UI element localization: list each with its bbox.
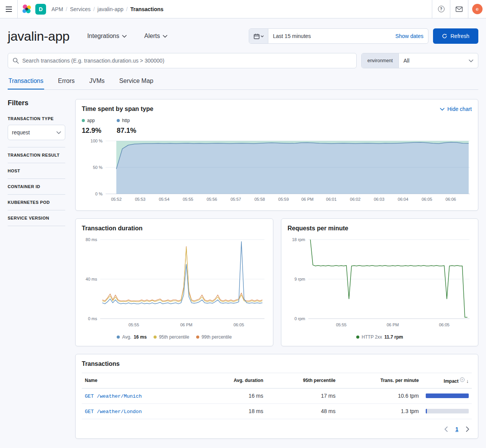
legend-item[interactable]: Avg. 16 ms bbox=[117, 334, 147, 340]
pagination: 1 bbox=[82, 426, 472, 432]
menu-button[interactable] bbox=[0, 0, 18, 18]
show-dates-link[interactable]: Show dates bbox=[391, 29, 428, 43]
breadcrumb-item: Transactions bbox=[130, 6, 163, 12]
p95-cell: 48 ms bbox=[266, 403, 339, 419]
legend-item[interactable]: http bbox=[117, 118, 136, 123]
impact-bar bbox=[426, 393, 469, 398]
rpm-legend: HTTP 2xx 11.7 rpm bbox=[288, 334, 472, 340]
svg-text:05:55: 05:55 bbox=[129, 322, 139, 327]
breadcrumb: APM/Services/javalin-app/Transactions bbox=[51, 6, 164, 12]
svg-text:40 ms: 40 ms bbox=[86, 277, 97, 281]
tab-bar: Transactions Errors JVMs Service Map bbox=[8, 77, 478, 90]
tab-service-map[interactable]: Service Map bbox=[119, 77, 154, 89]
transaction-link[interactable]: GET /weather/London bbox=[85, 409, 142, 415]
filter-section[interactable]: HOST bbox=[8, 163, 65, 179]
legend-item[interactable]: 99th percentile bbox=[196, 334, 232, 340]
refresh-button[interactable]: Refresh bbox=[433, 28, 478, 44]
search-icon bbox=[13, 58, 19, 64]
topbar-actions: ? e bbox=[432, 0, 486, 18]
newsfeed-button[interactable] bbox=[450, 0, 468, 18]
svg-text:05:53: 05:53 bbox=[135, 197, 145, 202]
tab-transactions[interactable]: Transactions bbox=[8, 77, 44, 89]
page-number[interactable]: 1 bbox=[455, 426, 458, 432]
space-badge[interactable]: D bbox=[35, 4, 46, 15]
top-navigation-bar: D APM/Services/javalin-app/Transactions … bbox=[0, 0, 486, 18]
transaction-link[interactable]: GET /weather/Munich bbox=[85, 393, 142, 399]
elastic-logo-icon bbox=[21, 4, 32, 14]
time-range-value[interactable]: Last 15 minutes bbox=[268, 29, 391, 43]
hamburger-icon bbox=[6, 7, 12, 12]
breadcrumb-item[interactable]: APM bbox=[51, 6, 63, 12]
legend-value: 11.7 rpm bbox=[384, 334, 403, 340]
span-type-chart[interactable]: 0 %50 %100 %05:5205:5305:5405:5505:5605:… bbox=[82, 139, 472, 203]
legend-label: app bbox=[87, 118, 95, 123]
breadcrumb-separator: / bbox=[93, 6, 95, 12]
filter-section[interactable]: KUBERNETES POD bbox=[8, 195, 65, 210]
column-header: Name bbox=[82, 373, 200, 388]
previous-page-button[interactable] bbox=[444, 427, 448, 432]
svg-text:06:05: 06:05 bbox=[439, 322, 450, 327]
svg-text:05:55: 05:55 bbox=[183, 197, 193, 202]
svg-text:06 PM: 06 PM bbox=[387, 322, 399, 327]
svg-text:05:55: 05:55 bbox=[336, 322, 347, 327]
alerts-menu[interactable]: Alerts bbox=[144, 33, 167, 40]
chevron-down-icon bbox=[163, 35, 167, 38]
requests-per-minute-panel: Requests per minute 0 rpm9 rpm18 rpm05:5… bbox=[281, 218, 478, 346]
table-header-row: NameAvg. duration95th percentileTrans. p… bbox=[82, 373, 472, 388]
transaction-type-select[interactable]: request bbox=[8, 125, 65, 140]
search-input[interactable] bbox=[22, 58, 352, 64]
filter-section[interactable]: SERVICE VERSION bbox=[8, 210, 65, 226]
requests-per-minute-chart[interactable]: 0 rpm9 rpm18 rpm05:5506 PM06:05 bbox=[288, 236, 472, 329]
legend-value: 16 ms bbox=[134, 334, 147, 340]
elastic-logo[interactable] bbox=[18, 4, 35, 14]
filters-sidebar: Filters TRANSACTION TYPE request TRANSAC… bbox=[8, 99, 65, 446]
svg-text:0 %: 0 % bbox=[95, 192, 102, 196]
quick-select-button[interactable] bbox=[249, 29, 268, 43]
svg-text:05:59: 05:59 bbox=[278, 197, 289, 202]
help-button[interactable]: ? bbox=[432, 0, 450, 18]
date-picker: Last 15 minutes Show dates bbox=[249, 28, 428, 44]
svg-text:05:58: 05:58 bbox=[255, 197, 265, 202]
breadcrumb-item[interactable]: Services bbox=[70, 6, 91, 12]
svg-text:06:05: 06:05 bbox=[233, 322, 244, 327]
environment-select[interactable]: All bbox=[399, 53, 478, 68]
next-page-button[interactable] bbox=[466, 427, 469, 432]
impact-cell bbox=[422, 403, 472, 419]
span-legend: app 12.9% http 87.1% bbox=[82, 118, 472, 135]
user-menu-button[interactable]: e bbox=[468, 0, 486, 18]
svg-text:9 rpm: 9 rpm bbox=[294, 277, 305, 281]
chevron-down-icon bbox=[469, 60, 473, 62]
integrations-menu[interactable]: Integrations bbox=[87, 33, 127, 40]
filter-section[interactable]: CONTAINER ID bbox=[8, 179, 65, 195]
tab-jvms[interactable]: JVMs bbox=[89, 77, 106, 89]
refresh-label: Refresh bbox=[450, 33, 469, 39]
filters-heading: Filters bbox=[8, 99, 65, 107]
breadcrumb-item[interactable]: javalin-app bbox=[98, 6, 124, 12]
environment-value: All bbox=[403, 58, 410, 64]
transaction-type-label: TRANSACTION TYPE bbox=[8, 116, 65, 121]
avg-duration-cell: 16 ms bbox=[200, 388, 266, 403]
tab-errors[interactable]: Errors bbox=[57, 77, 76, 89]
svg-text:0 ms: 0 ms bbox=[88, 316, 97, 321]
svg-text:06 PM: 06 PM bbox=[301, 197, 314, 202]
environment-label: environment bbox=[362, 53, 399, 68]
chevron-down-icon bbox=[261, 35, 264, 37]
legend-dot bbox=[196, 336, 199, 339]
transactions-table-panel: Transactions NameAvg. duration95th perce… bbox=[75, 354, 478, 439]
envelope-icon bbox=[456, 7, 463, 12]
column-header[interactable]: Impact?↓ bbox=[422, 373, 472, 388]
info-icon[interactable]: ? bbox=[460, 377, 465, 382]
transaction-duration-chart[interactable]: 0 ms40 ms80 ms05:5506 PM06:05 bbox=[82, 236, 267, 329]
legend-item[interactable]: app bbox=[82, 118, 101, 123]
legend-item[interactable]: 95th percentile bbox=[154, 334, 189, 340]
hide-chart-label: Hide chart bbox=[447, 106, 472, 112]
hide-chart-link[interactable]: Hide chart bbox=[440, 106, 472, 112]
sort-desc-icon[interactable]: ↓ bbox=[466, 378, 469, 384]
transaction-type-value: request bbox=[12, 129, 30, 136]
filter-section[interactable]: TRANSACTION RESULT bbox=[8, 147, 65, 163]
transactions-table-body: GET /weather/Munich 16 ms 17 ms 10.6 tpm… bbox=[82, 388, 472, 419]
breadcrumb-separator: / bbox=[126, 6, 128, 12]
svg-text:06:05: 06:05 bbox=[422, 197, 432, 202]
legend-item[interactable]: HTTP 2xx 11.7 rpm bbox=[356, 334, 403, 340]
svg-text:06:01: 06:01 bbox=[326, 197, 337, 202]
